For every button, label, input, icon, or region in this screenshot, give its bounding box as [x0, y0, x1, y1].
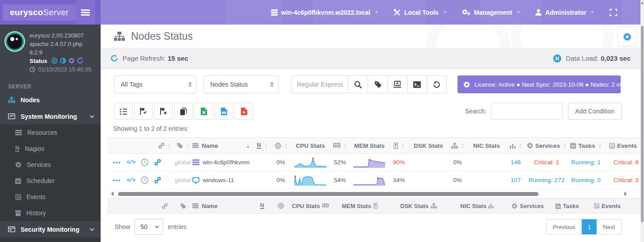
- header-services-column[interactable]: Services: [525, 142, 568, 149]
- sidebar-item-system-monitoring[interactable]: System Monitoring: [0, 108, 101, 125]
- export-excel-button[interactable]: [195, 103, 213, 120]
- server-stack-icon: [192, 203, 199, 209]
- current-page-button[interactable]: 1: [582, 219, 597, 234]
- page-size-value: 50: [140, 223, 148, 230]
- regex-input[interactable]: [291, 75, 348, 93]
- save-filter-button[interactable]: [134, 103, 153, 120]
- view-select[interactable]: Nodes Status: [203, 75, 279, 93]
- regex-search-group: [291, 75, 447, 93]
- search-button[interactable]: [348, 75, 368, 93]
- row-tag-cell[interactable]: global: [174, 159, 192, 166]
- scroll-left-arrow[interactable]: [111, 192, 114, 196]
- gear-icon: [512, 203, 517, 209]
- table-search-input[interactable]: [491, 103, 563, 120]
- nav-management-dropdown[interactable]: Management: [462, 9, 521, 16]
- sidebar-section-label: SERVER: [8, 83, 101, 90]
- row-name-cell[interactable]: win-4c6p0fhkvnm: [192, 159, 253, 166]
- export-pdf-button[interactable]: [235, 103, 253, 120]
- row-link-button[interactable]: [154, 177, 161, 184]
- header-mem-column[interactable]: [330, 143, 350, 148]
- row-name-cell[interactable]: windows-11: [192, 177, 253, 184]
- sidebar-item-security-events[interactable]: Events: [0, 238, 101, 242]
- reload-button[interactable]: [427, 75, 447, 93]
- sidebar-item-events[interactable]: Events: [0, 189, 101, 205]
- header-name-column[interactable]: Name: [192, 142, 253, 149]
- export-csv-button[interactable]: CSV: [215, 103, 233, 120]
- status-target-icon[interactable]: [51, 58, 58, 64]
- nav-host-dropdown[interactable]: win-4c6p0fhkvnm.w2022.local: [271, 9, 378, 16]
- header-dsk-column[interactable]: [389, 142, 409, 149]
- nav-user-dropdown[interactable]: Administrator: [535, 9, 594, 16]
- row-mem-sparkline[interactable]: [350, 157, 389, 168]
- nav-local-tools-dropdown[interactable]: Local Tools: [394, 9, 447, 16]
- tags-select[interactable]: All Tags: [114, 75, 197, 93]
- chevron-down-icon: [591, 12, 594, 13]
- scroll-right-arrow[interactable]: [624, 192, 627, 196]
- row-services-cell[interactable]: Running: 272: [525, 177, 568, 184]
- scrollbar-thumb[interactable]: [118, 192, 538, 196]
- sidebar-item-security-monitoring[interactable]: Security Monitoring: [0, 221, 101, 238]
- row-tag-cell[interactable]: global: [174, 177, 192, 184]
- copy-button[interactable]: [174, 103, 193, 120]
- sidebar-toggle-button[interactable]: [76, 0, 95, 25]
- tags-button[interactable]: [368, 75, 388, 93]
- row-mem-sparkline[interactable]: [350, 175, 389, 186]
- header-tag-column[interactable]: [174, 142, 192, 149]
- clear-filter-button[interactable]: [154, 103, 173, 120]
- cpu-chip-icon: [278, 203, 284, 209]
- row-count-cell[interactable]: 146: [506, 159, 525, 166]
- next-page-button[interactable]: Next: [597, 219, 622, 234]
- sidebar-item-history[interactable]: History: [0, 205, 101, 221]
- status-refresh-icon[interactable]: [77, 58, 83, 64]
- pause-circle-icon[interactable]: [553, 54, 561, 63]
- page-settings-button[interactable]: [618, 27, 637, 46]
- sort-icon: [461, 143, 464, 148]
- row-tasks-cell[interactable]: Running: 1: [568, 159, 604, 166]
- row-menu-button[interactable]: •••: [113, 159, 121, 166]
- row-cpu-sparkline[interactable]: [291, 175, 330, 186]
- row-events-cell[interactable]: Critical: 6: [604, 159, 640, 166]
- server-stack-icon: [15, 130, 22, 135]
- row-schedule-button[interactable]: [141, 176, 148, 184]
- sidebar-item-resources[interactable]: Resources: [0, 125, 101, 141]
- column-visibility-button[interactable]: [114, 103, 132, 120]
- sidebar-item-scheduler[interactable]: Scheduler: [0, 173, 101, 189]
- terminal-button[interactable]: [407, 75, 427, 93]
- refresh-icon[interactable]: [110, 54, 118, 62]
- row-menu-button[interactable]: •••: [113, 177, 121, 184]
- add-node-button[interactable]: [387, 75, 407, 93]
- row-count-cell[interactable]: 107: [506, 177, 525, 184]
- row-cpu-sparkline[interactable]: [291, 157, 330, 168]
- sidebar-item-nagios[interactable]: N Nagios: [0, 141, 101, 157]
- header-tasks-column[interactable]: Tasks: [568, 142, 604, 149]
- header-link-column[interactable]: [156, 142, 174, 149]
- ram-icon: [322, 204, 329, 209]
- row-tasks-cell[interactable]: Running: 0: [568, 177, 604, 184]
- row-mem-cell: 52%: [330, 159, 350, 166]
- row-link-button[interactable]: [154, 159, 161, 166]
- row-code-button[interactable]: </>: [127, 159, 135, 166]
- previous-page-button[interactable]: Previous: [546, 219, 582, 234]
- row-services-cell[interactable]: Critical: 1: [525, 159, 568, 166]
- header-cpu-column[interactable]: [271, 142, 291, 149]
- status-gear-icon[interactable]: [68, 58, 75, 64]
- app-logo[interactable]: euryscoServer: [3, 4, 76, 21]
- row-events-cell[interactable]: Critical: 3: [604, 177, 640, 184]
- scrollbar-thumb[interactable]: [641, 26, 644, 222]
- server-stack-icon: [192, 143, 199, 148]
- sidebar-item-services[interactable]: Services: [0, 157, 101, 173]
- sidebar-item-label: Security Monitoring: [21, 226, 79, 233]
- header-events-column[interactable]: Events: [604, 142, 640, 149]
- header-nagios-column[interactable]: N: [253, 142, 271, 149]
- row-code-button[interactable]: </>: [127, 177, 135, 184]
- row-schedule-button[interactable]: [141, 159, 148, 166]
- header-chart-column[interactable]: [506, 143, 525, 149]
- page-size-select[interactable]: 50: [135, 219, 163, 235]
- sidebar-item-nodes[interactable]: Nodes: [0, 92, 101, 108]
- header-nic-column[interactable]: [448, 143, 467, 149]
- scroll-up-arrow[interactable]: [641, 2, 644, 4]
- status-half-circle-icon[interactable]: [60, 58, 66, 64]
- vertical-scrollbar[interactable]: [640, 0, 644, 242]
- fullscreen-button[interactable]: [610, 9, 617, 16]
- add-condition-button[interactable]: Add Condition: [568, 103, 622, 120]
